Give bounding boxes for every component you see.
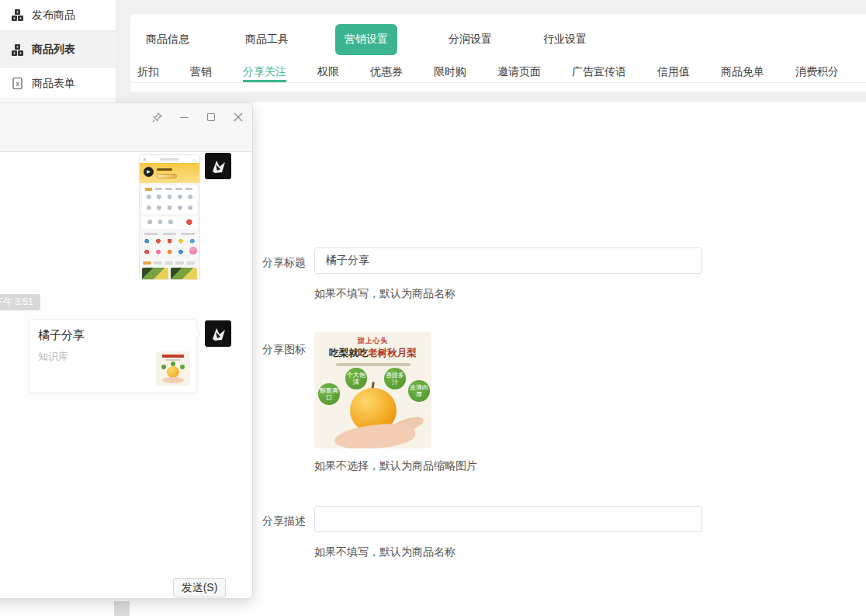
share-preview-window: ✕⋯ ▶ xyxy=(0,102,253,599)
tab-profit-settings[interactable]: 分润设置 xyxy=(449,33,492,47)
share-icon-hint: 如果不选择，默认为商品缩略图片 xyxy=(314,459,477,473)
share-link-message-card[interactable]: 橘子分享 知识库 xyxy=(29,319,197,393)
share-desc-hint: 如果不填写，默认为商品名称 xyxy=(314,545,456,559)
subtab-marketing[interactable]: 营销 xyxy=(190,61,212,82)
sidebar-item-label: 发布商品 xyxy=(32,9,75,22)
close-icon[interactable] xyxy=(232,111,244,123)
bubble-arrow xyxy=(192,329,201,337)
share-title-hint: 如果不填写，默认为商品名称 xyxy=(314,287,456,301)
share-desc-input[interactable] xyxy=(314,506,702,532)
phone-tools-row xyxy=(144,216,196,229)
subtab-credit-value[interactable]: 信用值 xyxy=(657,61,690,82)
phone-filter-chips xyxy=(143,260,196,266)
tab-product-info[interactable]: 商品信息 xyxy=(146,33,189,47)
screen: 发布商品 商品列表 x 商品表单 商品信息 商品工具 营销设置 分润设置 行业设… xyxy=(0,0,866,616)
maximize-icon[interactable] xyxy=(205,111,217,123)
subtab-invite-page[interactable]: 邀请页面 xyxy=(497,61,541,82)
window-titlebar xyxy=(0,103,252,152)
share-desc-label: 分享描述 xyxy=(262,514,306,528)
phone-menu-card xyxy=(142,185,197,214)
phone-product-cards xyxy=(142,268,197,280)
message-card-thumbnail xyxy=(156,351,190,386)
user-avatar[interactable] xyxy=(205,320,231,347)
tab-industry-settings[interactable]: 行业设置 xyxy=(543,33,587,47)
pin-icon[interactable] xyxy=(151,111,163,123)
phone-tab-row xyxy=(142,185,197,192)
ad-tagline: 甜上心头 xyxy=(314,336,431,346)
phone-name-bar xyxy=(157,168,172,171)
sidebar-item-label: 商品列表 xyxy=(32,43,75,57)
message-card-title: 橘子分享 xyxy=(38,328,85,343)
sidebar: 发布商品 商品列表 x 商品表单 xyxy=(0,0,116,102)
svg-text:x: x xyxy=(16,81,19,88)
share-title-input[interactable] xyxy=(314,247,702,274)
scrollbar-thumb[interactable] xyxy=(114,601,130,616)
subtab-flash-sale[interactable]: 限时购 xyxy=(434,61,466,82)
message-card-subtitle: 知识库 xyxy=(38,350,68,364)
cubes-icon xyxy=(11,43,24,57)
ad-subline-bar xyxy=(336,363,410,366)
phone-text-row xyxy=(144,231,195,237)
share-icon-image[interactable]: 甜上心头 吃梨就吃老树秋月梨 个大饱满 香甜多汁 酥脆爽口 皮薄肉厚 xyxy=(314,332,431,448)
tab-marketing-settings[interactable]: 营销设置 xyxy=(335,24,397,55)
ad-badge: 皮薄肉厚 xyxy=(408,380,430,402)
phone-titlebar: ✕⋯ xyxy=(140,155,199,163)
phone-floating-badge xyxy=(189,247,197,254)
hand-palm xyxy=(334,421,417,448)
sidebar-item-publish-product[interactable]: 发布商品 xyxy=(0,0,116,31)
ad-headline-red: 老树秋月梨 xyxy=(368,348,417,358)
tab-product-tools[interactable]: 商品工具 xyxy=(245,33,289,47)
subtab-free-order[interactable]: 商品免单 xyxy=(721,61,764,82)
phone-badge-pill xyxy=(157,174,177,178)
phone-header: ▶ xyxy=(140,163,199,183)
main-tab-bar: 商品信息 商品工具 营销设置 分润设置 行业设置 xyxy=(130,14,866,61)
subtab-share-follow[interactable]: 分享关注 xyxy=(243,61,286,82)
tabs-panel: 商品信息 商品工具 营销设置 分润设置 行业设置 折扣 营销 分享关注 权限 优… xyxy=(130,14,866,92)
subtab-ad-slogan[interactable]: 广告宣传语 xyxy=(572,61,626,82)
subtab-discount[interactable]: 折扣 xyxy=(137,61,159,82)
phone-colored-icons xyxy=(141,237,198,247)
message-timestamp: 下午 3:51 xyxy=(0,294,40,310)
cubes-icon xyxy=(11,9,24,22)
subtab-permission[interactable]: 权限 xyxy=(317,61,339,82)
phone-tools-card xyxy=(142,216,197,229)
sidebar-item-product-form[interactable]: x 商品表单 xyxy=(0,68,116,99)
phone-icon-row xyxy=(144,203,196,214)
ad-badge: 个大饱满 xyxy=(345,368,367,389)
subtab-consume-points[interactable]: 消费积分 xyxy=(795,61,839,82)
ad-badge: 酥脆爽口 xyxy=(318,383,340,405)
window-controls xyxy=(151,111,244,123)
sub-tab-bar: 折扣 营销 分享关注 权限 优惠券 限时购 邀请页面 广告宣传语 信用值 商品免… xyxy=(130,61,866,83)
sidebar-item-product-list[interactable]: 商品列表 xyxy=(0,31,116,68)
file-x-icon: x xyxy=(11,77,24,90)
phone-avatar: ▶ xyxy=(144,167,154,177)
minimize-icon[interactable] xyxy=(178,111,190,123)
ad-badge: 香甜多汁 xyxy=(384,368,406,389)
subtab-coupon[interactable]: 优惠券 xyxy=(370,61,403,82)
sidebar-item-label: 商品表单 xyxy=(32,77,75,91)
phone-screenshot-message[interactable]: ✕⋯ ▶ xyxy=(139,154,200,280)
share-icon-label: 分享图标 xyxy=(262,343,306,357)
phone-icon-row xyxy=(144,192,196,203)
send-button[interactable]: 发送(S) xyxy=(173,578,226,597)
ad-headline-dark: 吃梨就吃 xyxy=(329,348,368,358)
share-title-label: 分享标题 xyxy=(262,256,306,270)
ad-headline: 吃梨就吃老树秋月梨 xyxy=(314,347,431,360)
user-avatar[interactable] xyxy=(205,153,231,179)
